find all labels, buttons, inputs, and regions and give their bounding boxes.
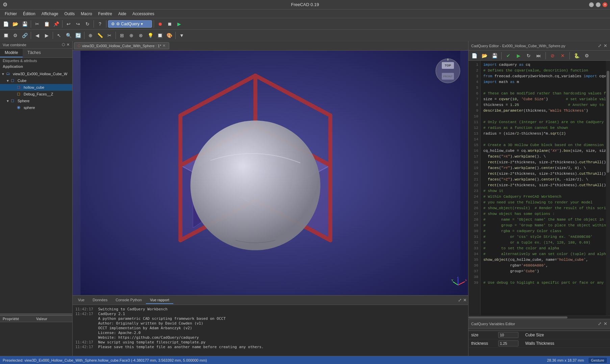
- log-tabs: Vue Données Console Python Vue rapport ⤢…: [73, 296, 468, 305]
- code-area[interactable]: 12345 678910 1112131415 1617181920 21222…: [468, 61, 610, 315]
- log-tab-console[interactable]: Console Python: [111, 297, 146, 304]
- menu-macro[interactable]: Macro: [78, 10, 95, 17]
- editor-expand-icon[interactable]: ⤢: [598, 43, 602, 48]
- editor-reload-btn[interactable]: ↻: [524, 51, 533, 60]
- var-value-thickness[interactable]: [495, 339, 523, 348]
- stop-button[interactable]: ⏹: [165, 20, 174, 28]
- viewport-tab[interactable]: ⬡ view3D_Ex000_Hollow_Cube_With_Sphere :…: [74, 42, 169, 49]
- panel-close-btn[interactable]: ✕: [67, 43, 70, 47]
- workbench-selector[interactable]: ⚙ ⚙ CadQuery ▾: [108, 20, 152, 28]
- save-button[interactable]: 💾: [20, 20, 29, 28]
- window-controls: ─ □ ✕: [589, 2, 607, 7]
- more-btn[interactable]: ▼: [177, 31, 186, 40]
- editor-open-btn[interactable]: 📂: [480, 51, 489, 60]
- props-col-1: Propriété: [3, 317, 36, 321]
- code-scrollbar-thumb[interactable]: [607, 71, 609, 173]
- menu-aide[interactable]: Aide: [116, 10, 129, 17]
- vars-close-icon[interactable]: ✕: [604, 321, 607, 326]
- log-line-1: 11:42:17 Switching to CadQuery Workbench: [75, 307, 465, 311]
- origin-btn[interactable]: ⊕: [127, 31, 136, 40]
- vars-expand-icon[interactable]: ⤢: [598, 321, 602, 326]
- tab-modele[interactable]: Modèle: [0, 49, 23, 57]
- texture-btn[interactable]: 🎨: [165, 31, 174, 40]
- editor-step-btn[interactable]: ⏭: [534, 51, 543, 60]
- var-input-thickness[interactable]: [498, 340, 518, 346]
- select-btn[interactable]: ↖: [55, 31, 63, 40]
- panel-float-btn[interactable]: ⬡: [62, 43, 65, 47]
- nav-back[interactable]: ◀: [33, 31, 42, 40]
- axis-btn[interactable]: ⊗: [136, 31, 145, 40]
- menu-fenetre[interactable]: Fenêtre: [96, 10, 115, 17]
- editor-settings-btn[interactable]: ⚙: [582, 51, 591, 60]
- menu-outils[interactable]: Outils: [62, 10, 78, 17]
- log-expand-icon[interactable]: ⤢: [458, 298, 462, 303]
- record-button[interactable]: ⏺: [156, 20, 164, 28]
- view-settings[interactable]: ⚙: [11, 31, 20, 40]
- tree-label-root: view3D_Ex000_Hollow_Cube_W: [13, 72, 67, 76]
- editor-h-scrollbar[interactable]: [468, 315, 610, 319]
- log-tab-vue[interactable]: Vue: [74, 297, 88, 304]
- paste-button[interactable]: 📌: [52, 20, 60, 28]
- close-button[interactable]: ✕: [603, 2, 607, 7]
- log-tab-donnees[interactable]: Données: [88, 297, 111, 304]
- tree-item-cube[interactable]: ▼ ◻ Cube: [0, 77, 72, 84]
- menu-edition[interactable]: Édition: [20, 10, 38, 17]
- help-button[interactable]: ?: [96, 20, 104, 28]
- clip-btn[interactable]: ✂: [105, 31, 114, 40]
- variables-table: size Cube Size thickness Walls Thickness: [468, 329, 610, 348]
- editor-run-btn[interactable]: ▶: [514, 51, 523, 60]
- tree-icon-sphere: ◉: [17, 105, 22, 110]
- editor-close-icon[interactable]: ✕: [604, 43, 607, 48]
- editor-python-btn[interactable]: 🐍: [572, 51, 581, 60]
- tree-item-sphere-group[interactable]: ▼ ◻ Sphere: [0, 97, 72, 104]
- menu-accessories[interactable]: Accessoires: [130, 10, 157, 17]
- snap-btn[interactable]: ⊕: [86, 31, 95, 40]
- tb2-sep-1: [31, 32, 31, 39]
- tree-item-root[interactable]: ▼ 🗂 view3D_Ex000_Hollow_Cube_W: [0, 71, 72, 77]
- vars-title: CadQuery Variables Editor: [471, 322, 515, 326]
- light-btn[interactable]: 💡: [146, 31, 155, 40]
- editor-clear-btn[interactable]: ✕: [558, 51, 567, 60]
- code-scrollbar[interactable]: [606, 61, 610, 315]
- window-title: FreeCAD 0.19: [291, 2, 319, 7]
- nav-fwd[interactable]: ▶: [42, 31, 51, 40]
- left-panel: Vue combinée ⬡ ✕ Modèle Tâches Étiquette…: [0, 41, 73, 356]
- play-button[interactable]: ▶: [175, 20, 183, 28]
- var-value-size[interactable]: [495, 331, 523, 339]
- copy-button[interactable]: 📋: [42, 20, 51, 28]
- vp-tab-close[interactable]: ✕: [162, 44, 166, 48]
- tree-item-sphere[interactable]: ◉ sphere: [0, 104, 72, 111]
- navigation-gizmo[interactable]: TOP FRONT: [434, 57, 461, 84]
- shadow-btn[interactable]: 🔲: [155, 31, 164, 40]
- view3d-button[interactable]: 🔲: [1, 31, 10, 40]
- code-content[interactable]: import cadquery as cq # Defines the cqva…: [481, 61, 606, 315]
- minimize-button[interactable]: ─: [589, 2, 594, 7]
- gesture-button[interactable]: Gesture: [588, 357, 607, 363]
- menu-affichage[interactable]: Affichage: [39, 10, 61, 17]
- log-close-icon[interactable]: ✕: [463, 298, 467, 303]
- menu-fichier[interactable]: Fichier: [2, 10, 20, 17]
- editor-h-scrollbar-thumb[interactable]: [468, 316, 567, 318]
- undo-button[interactable]: ↩: [64, 20, 73, 28]
- var-input-size[interactable]: [498, 332, 518, 338]
- cut-button[interactable]: ✂: [33, 20, 42, 28]
- open-button[interactable]: 📂: [11, 20, 20, 28]
- grid-btn[interactable]: ⊞: [118, 31, 126, 40]
- zoom-btn[interactable]: 🔍: [64, 31, 73, 40]
- view-sync[interactable]: 🔗: [20, 31, 29, 40]
- redo-button[interactable]: ↪: [74, 20, 82, 28]
- editor-stop-btn[interactable]: ⊘: [548, 51, 557, 60]
- measure-btn[interactable]: 📏: [96, 31, 104, 40]
- log-tab-rapport[interactable]: Vue rapport: [146, 297, 173, 304]
- viewport-3d[interactable]: TOP FRONT X Y: [73, 51, 468, 295]
- rotate-btn[interactable]: 🔄: [74, 31, 82, 40]
- editor-check-btn[interactable]: ✔: [504, 51, 513, 60]
- maximize-button[interactable]: □: [596, 2, 601, 7]
- editor-new-btn[interactable]: 📄: [470, 51, 479, 60]
- tree-item-hollow-cube[interactable]: ◻ hollow_cube: [0, 84, 72, 91]
- tree-item-debug[interactable]: ◻ Debug_Faces__Z: [0, 91, 72, 97]
- tab-taches[interactable]: Tâches: [23, 49, 45, 57]
- refresh-button[interactable]: ↻: [83, 20, 92, 28]
- new-button[interactable]: 📄: [1, 20, 10, 28]
- editor-save-btn[interactable]: 💾: [490, 51, 499, 60]
